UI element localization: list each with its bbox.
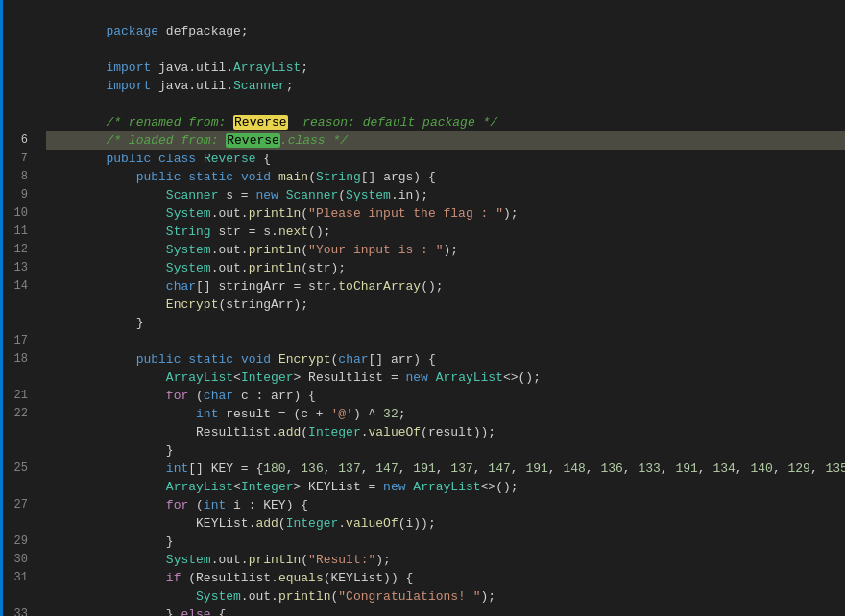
ln-9: 9 — [6, 186, 28, 204]
ln-25: 25 — [6, 460, 28, 478]
ln-blank — [6, 95, 28, 113]
ln-blank — [6, 4, 28, 22]
ln-12: 12 — [6, 241, 28, 259]
ln-29: 29 — [6, 533, 28, 551]
ln-blank — [6, 59, 28, 77]
ln-31: 31 — [6, 569, 28, 587]
ln-6: 6 — [6, 131, 28, 150]
ln-blank — [6, 22, 28, 40]
ln-blank — [6, 77, 28, 95]
line-numbers: 6 7 8 9 10 11 12 13 14 17 18 21 22 25 27… — [0, 4, 36, 616]
ln-7: 7 — [6, 150, 28, 168]
ln-11: 11 — [6, 223, 28, 241]
ln-blank — [6, 423, 28, 441]
ln-blank — [6, 368, 28, 387]
ln-18: 18 — [6, 350, 28, 368]
ln-30: 30 — [6, 551, 28, 569]
ln-blank — [6, 113, 28, 131]
ln-17: 17 — [6, 332, 28, 350]
code-content: package defpackage; import java.util.Arr… — [36, 4, 845, 616]
line-package: package defpackage; — [46, 4, 845, 22]
ln-22: 22 — [6, 405, 28, 423]
line-blank — [46, 314, 845, 332]
ln-33: 33 — [6, 605, 28, 616]
ln-27: 27 — [6, 496, 28, 514]
ln-blank — [6, 514, 28, 533]
ln-blank — [6, 587, 28, 605]
ln-blank — [6, 478, 28, 496]
line-comment1: /* renamed from: Reverse reason: default… — [46, 95, 845, 113]
ln-blank — [6, 314, 28, 332]
ln-10: 10 — [6, 204, 28, 223]
line-encrypt-method: public static void Encrypt(char[] arr) { — [46, 332, 845, 350]
ln-14: 14 — [6, 277, 28, 296]
code-area: 6 7 8 9 10 11 12 13 14 17 18 21 22 25 27… — [0, 0, 845, 616]
code-editor: 6 7 8 9 10 11 12 13 14 17 18 21 22 25 27… — [0, 0, 845, 616]
ln-blank — [6, 40, 28, 59]
ln-blank — [6, 296, 28, 314]
line-import1: import java.util.ArrayList; — [46, 40, 845, 59]
ln-21: 21 — [6, 387, 28, 405]
ln-13: 13 — [6, 259, 28, 277]
left-accent-bar — [0, 0, 3, 616]
ln-8: 8 — [6, 168, 28, 186]
ln-blank — [6, 441, 28, 460]
